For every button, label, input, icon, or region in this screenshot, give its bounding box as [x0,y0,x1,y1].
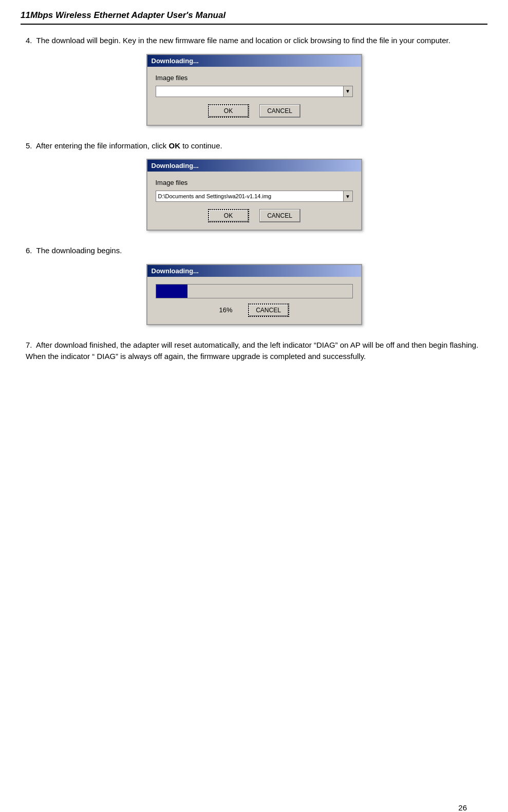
step-4-text: 4. The download will begin. Key in the n… [21,35,487,47]
step-7: 7. After download finished, the adapter … [21,339,487,363]
step-4-number: 4. [26,36,32,45]
dialog-6-body: 16% CANCEL [147,277,361,324]
dialog-4-dropdown-btn[interactable]: ▼ [344,86,353,97]
dialog-4-body: Image files ▼ OK CANCEL [147,67,361,125]
step-5-dialog-wrapper: Downloading... Image files ▼ OK CANCEL [21,159,487,231]
step-5-bold: OK [168,141,180,150]
dialog-5-titlebar: Downloading... [147,160,361,172]
step-5: 5. After entering the file information, … [21,140,487,231]
step-7-content: After download finished, the adapter wil… [26,341,478,361]
step-7-text: 7. After download finished, the adapter … [21,339,487,363]
dialog-5-ok-button[interactable]: OK [208,209,249,222]
step-4-content: The download will begin. Key in the new … [36,36,450,45]
dialog-5-buttons: OK CANCEL [156,209,353,222]
dialog-5-label: Image files [156,179,353,186]
step-6-content: The downloading begins. [36,246,122,255]
progress-bar-fill [156,285,187,298]
dialog-5: Downloading... Image files ▼ OK CANCEL [146,159,362,231]
step-6-number: 6. [26,246,32,255]
step-6-dialog-wrapper: Downloading... 16% CANCEL [21,264,487,325]
step-4: 4. The download will begin. Key in the n… [21,35,487,126]
step-5-content-plain: After entering the file information, cli… [36,141,168,150]
dialog-4-input[interactable] [156,86,344,97]
step-7-number: 7. [26,341,32,349]
step-6-text: 6. The downloading begins. [21,245,487,257]
dialog-5-dropdown-btn[interactable]: ▼ [344,191,353,202]
dialog-5-cancel-button[interactable]: CANCEL [259,209,300,222]
dialog-5-input-row: ▼ [156,191,353,202]
progress-bottom: 16% CANCEL [156,304,353,317]
step-4-dialog-wrapper: Downloading... Image files ▼ OK CANCEL [21,54,487,126]
dialog-6: Downloading... 16% CANCEL [146,264,362,325]
dialog-6-cancel-button[interactable]: CANCEL [248,304,289,317]
step-5-text: 5. After entering the file information, … [21,140,487,152]
dialog-4: Downloading... Image files ▼ OK CANCEL [146,54,362,126]
progress-percent: 16% [219,306,232,314]
dialog-5-body: Image files ▼ OK CANCEL [147,172,361,230]
dialog-5-input[interactable] [156,191,344,202]
step-6: 6. The downloading begins. Downloading..… [21,245,487,325]
page-title: 11Mbps Wireless Ethernet Adapter User's … [21,10,487,25]
dialog-4-label: Image files [156,74,353,82]
step-5-number: 5. [26,141,32,150]
step-5-content-after: to continue. [180,141,222,150]
dialog-4-cancel-button[interactable]: CANCEL [259,104,300,118]
page-number: 26 [458,803,467,812]
dialog-4-input-row: ▼ [156,86,353,97]
dialog-4-titlebar: Downloading... [147,55,361,67]
dialog-4-ok-button[interactable]: OK [208,104,249,118]
progress-bar-container [156,284,353,298]
dialog-4-buttons: OK CANCEL [156,104,353,118]
dialog-6-titlebar: Downloading... [147,265,361,277]
